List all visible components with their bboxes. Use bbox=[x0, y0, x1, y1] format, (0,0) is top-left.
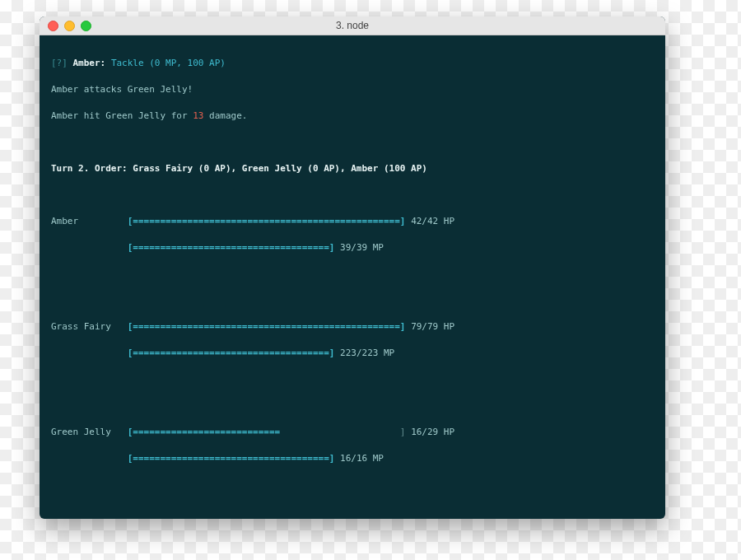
line-attack: Amber attacks Green Jelly! bbox=[51, 83, 654, 96]
status-greenjelly-mp: [====================================] 1… bbox=[51, 452, 654, 465]
window-title: 3. node bbox=[40, 20, 665, 31]
terminal-body[interactable]: [?] Amber: Tackle (0 MP, 100 AP) Amber a… bbox=[40, 35, 665, 519]
terminal-window: 3. node [?] Amber: Tackle (0 MP, 100 AP)… bbox=[40, 16, 665, 519]
line-damage: Amber hit Green Jelly for 13 damage. bbox=[51, 110, 654, 123]
status-grassfairy-hp: Grass Fairy [===========================… bbox=[51, 320, 654, 334]
turn-header: Turn 2. Order: Grass Fairy (0 AP), Green… bbox=[51, 162, 654, 175]
status-greenjelly-hp: Green Jelly [===========================… bbox=[51, 426, 654, 439]
line-skill-select: [?] Amber: Tackle (0 MP, 100 AP) bbox=[51, 57, 654, 70]
status-grassfairy-mp: [====================================] 2… bbox=[51, 347, 654, 360]
status-amber-mp: [====================================] 3… bbox=[51, 241, 654, 254]
status-amber-hp: Amber [=================================… bbox=[51, 215, 654, 228]
titlebar: 3. node bbox=[40, 16, 665, 35]
